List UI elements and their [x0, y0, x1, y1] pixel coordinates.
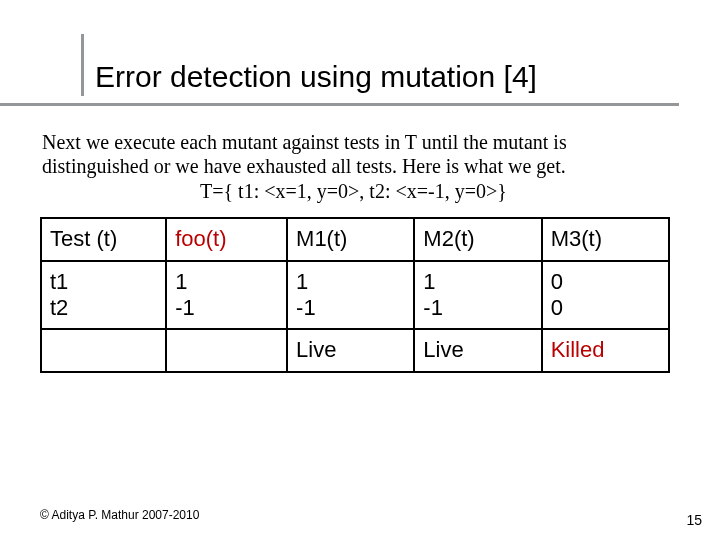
cell-tests: t1 t2	[41, 261, 166, 330]
cell-status-m2: Live	[414, 329, 541, 371]
test-set-line: T={ t1: <x=1, y=0>, t2: <x=-1, y=0>}	[200, 180, 680, 203]
page-number: 15	[686, 512, 702, 528]
title-accent-vertical	[81, 34, 84, 96]
cell-status-m1: Live	[287, 329, 414, 371]
cell-empty-0	[41, 329, 166, 371]
copyright: © Aditya P. Mathur 2007-2010	[40, 508, 199, 522]
slide-title: Error detection using mutation [4]	[95, 60, 680, 93]
th-m1: M1(t)	[287, 218, 414, 260]
th-foo: foo(t)	[166, 218, 287, 260]
title-accent-horizontal	[0, 103, 679, 106]
table-header-row: Test (t) foo(t) M1(t) M2(t) M3(t)	[41, 218, 669, 260]
table-status-row: Live Live Killed	[41, 329, 669, 371]
th-m2: M2(t)	[414, 218, 541, 260]
cell-foo: 1 -1	[166, 261, 287, 330]
cell-status-m3: Killed	[542, 329, 669, 371]
cell-empty-1	[166, 329, 287, 371]
table-values-row: t1 t2 1 -1 1 -1 1 -1 0 0	[41, 261, 669, 330]
cell-m3: 0 0	[542, 261, 669, 330]
th-m3: M3(t)	[542, 218, 669, 260]
th-test: Test (t)	[41, 218, 166, 260]
title-block: Error detection using mutation [4]	[95, 60, 680, 93]
cell-m1: 1 -1	[287, 261, 414, 330]
cell-m2: 1 -1	[414, 261, 541, 330]
results-table: Test (t) foo(t) M1(t) M2(t) M3(t) t1 t2 …	[40, 217, 670, 373]
body-paragraph: Next we execute each mutant against test…	[42, 131, 674, 178]
